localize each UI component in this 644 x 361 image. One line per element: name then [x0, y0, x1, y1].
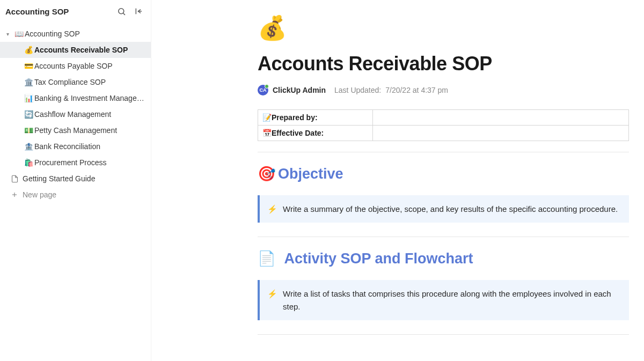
search-icon[interactable] — [116, 6, 126, 16]
sidebar-actions — [116, 6, 143, 16]
bank-icon: 🏦 — [23, 142, 34, 151]
page-title[interactable]: Accounts Receivable SOP — [258, 53, 629, 75]
tree-item-label: Tax Compliance SOP — [34, 78, 145, 86]
tree-item-label: Bank Reconciliation — [34, 142, 145, 151]
heading-text: Activity SOP and Flowchart — [284, 251, 473, 267]
author-name: ClickUp Admin — [273, 86, 326, 94]
section-heading-activity[interactable]: 📄 Activity SOP and Flowchart — [258, 250, 629, 267]
target-icon: 🎯 — [258, 165, 276, 182]
page-icon: 📄 — [258, 250, 276, 267]
collapse-sidebar-icon[interactable] — [134, 6, 143, 16]
page-tree: ▾ 📖 Accounting SOP 💰 Accounts Receivable… — [0, 20, 151, 203]
cash-icon: 💵 — [23, 126, 34, 135]
tree-item-getting-started[interactable]: Getting Started Guide — [0, 171, 151, 187]
tree-root-accounting-sop[interactable]: ▾ 📖 Accounting SOP — [0, 26, 151, 42]
avatar[interactable]: CA — [258, 85, 268, 95]
bolt-icon: ⚡ — [267, 288, 277, 313]
tree-item-accounts-payable[interactable]: 💳 Accounts Payable SOP — [0, 58, 151, 74]
tree-item-tax-compliance[interactable]: 🏛️ Tax Compliance SOP — [0, 74, 151, 90]
main-content: 💰 Accounts Receivable SOP CA ClickUp Adm… — [151, 0, 644, 361]
callout-objective[interactable]: ⚡ Write a summary of the objective, scop… — [258, 195, 629, 223]
sidebar-header: Accounting SOP — [0, 0, 151, 20]
sidebar: Accounting SOP ▾ 📖 Accounting SOP — [0, 0, 151, 361]
divider — [258, 334, 629, 335]
svg-point-0 — [118, 8, 123, 13]
plus-icon — [11, 191, 23, 198]
tree-item-cashflow[interactable]: 🔄 Cashflow Management — [0, 106, 151, 122]
tree-item-label: Procurement Process — [34, 158, 145, 167]
tree-item-label: Petty Cash Management — [34, 126, 145, 135]
new-page-label: New page — [23, 190, 145, 199]
tree-item-accounts-receivable[interactable]: 💰 Accounts Receivable SOP — [0, 42, 151, 58]
tree-item-label: Banking & Investment Managem... — [34, 94, 145, 102]
callout-text: Write a list of tasks that comprises thi… — [283, 288, 620, 313]
svg-line-1 — [123, 13, 125, 14]
document: 💰 Accounts Receivable SOP CA ClickUp Adm… — [258, 16, 629, 335]
bags-icon: 🛍️ — [23, 158, 34, 167]
table-row[interactable]: 📝Prepared by: — [258, 110, 629, 126]
tree-item-label: Getting Started Guide — [23, 174, 145, 183]
divider — [258, 237, 629, 237]
tree-item-label: Accounts Payable SOP — [34, 62, 145, 70]
info-table: 📝Prepared by: 📅Effective Date: — [258, 109, 629, 141]
tree-item-petty-cash[interactable]: 💵 Petty Cash Management — [0, 122, 151, 138]
new-page-button[interactable]: New page — [0, 187, 151, 203]
bank-icon: 🏛️ — [23, 78, 34, 86]
page-icon — [11, 175, 23, 183]
tree-item-label: Accounting SOP — [25, 30, 145, 38]
section-heading-objective[interactable]: 🎯Objective — [258, 165, 629, 182]
bolt-icon: ⚡ — [267, 203, 277, 215]
tree-item-procurement[interactable]: 🛍️ Procurement Process — [0, 154, 151, 171]
last-updated-label: Last Updated: — [334, 86, 381, 94]
byline: CA ClickUp Admin Last Updated: 7/20/22 a… — [258, 85, 629, 95]
chart-icon: 📊 — [23, 94, 34, 102]
tree-item-label: Accounts Receivable SOP — [34, 46, 145, 54]
last-updated-value: 7/20/22 at 4:37 pm — [385, 86, 448, 94]
money-bag-icon: 💰 — [23, 46, 34, 54]
effective-date-value[interactable] — [373, 126, 629, 141]
tree-item-label: Cashflow Management — [34, 110, 145, 119]
refresh-icon: 🔄 — [23, 110, 34, 119]
card-icon: 💳 — [23, 62, 34, 70]
tree-item-bank-reconciliation[interactable]: 🏦 Bank Reconciliation — [0, 138, 151, 154]
page-emoji[interactable]: 💰 — [258, 16, 629, 40]
prepared-by-label[interactable]: 📝Prepared by: — [258, 110, 373, 126]
callout-activity[interactable]: ⚡ Write a list of tasks that comprises t… — [258, 280, 629, 320]
divider — [258, 152, 629, 152]
heading-text: Objective — [278, 166, 343, 182]
effective-date-label[interactable]: 📅Effective Date: — [258, 126, 373, 141]
table-row[interactable]: 📅Effective Date: — [258, 126, 629, 141]
tree-item-banking-investment[interactable]: 📊 Banking & Investment Managem... — [0, 90, 151, 106]
chevron-down-icon[interactable]: ▾ — [2, 31, 13, 37]
callout-text: Write a summary of the objective, scope,… — [283, 203, 618, 215]
prepared-by-value[interactable] — [373, 110, 629, 126]
workspace-title: Accounting SOP — [5, 7, 69, 16]
book-icon: 📖 — [13, 30, 25, 38]
